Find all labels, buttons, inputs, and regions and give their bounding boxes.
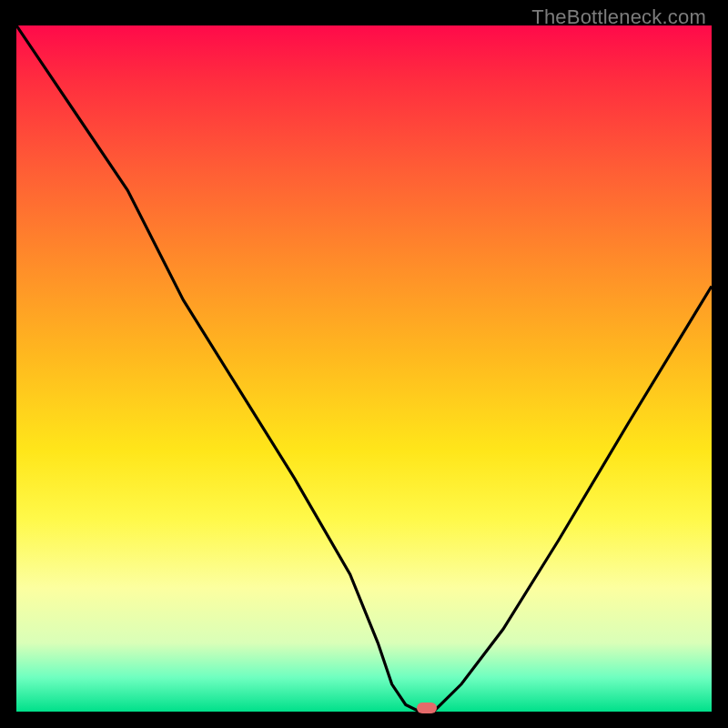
optimal-point-marker [417, 703, 437, 713]
plot-area [16, 25, 712, 712]
curve-path [16, 25, 712, 712]
chart-container: TheBottleneck.com [16, 0, 712, 712]
bottleneck-curve [16, 25, 712, 712]
